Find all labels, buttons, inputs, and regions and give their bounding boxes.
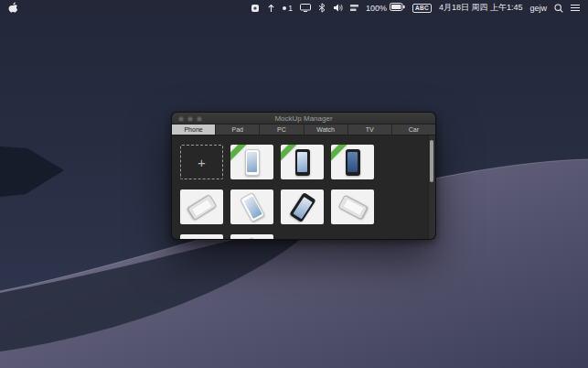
menu-username[interactable]: gejw [529, 4, 547, 13]
tab-tv[interactable]: TV [348, 124, 392, 135]
notification-count[interactable]: 1 [283, 4, 293, 13]
phone-mockup [240, 236, 265, 239]
scrollbar-track[interactable] [428, 135, 435, 239]
mockup-tile[interactable] [281, 145, 324, 179]
phone-mockup [245, 149, 260, 176]
phone-mockup [240, 191, 265, 222]
phone-mockup [346, 149, 360, 176]
traffic-lights [178, 116, 202, 122]
upload-arrow-icon[interactable] [267, 4, 275, 13]
phone-mockup [187, 194, 217, 221]
scrollbar-thumb[interactable] [430, 140, 433, 182]
tab-phone[interactable]: Phone [172, 124, 216, 135]
window-titlebar[interactable]: MockUp Manager [172, 113, 435, 124]
menu-bar: 1 100% ABC 4月18日 周四 上午1:45 gejw [0, 0, 588, 16]
spotlight-icon[interactable] [554, 4, 563, 13]
bluetooth-icon[interactable] [318, 3, 326, 13]
mockup-tile[interactable] [180, 234, 223, 239]
phone-mockup [295, 149, 310, 176]
notification-count-label: 1 [288, 4, 293, 13]
phone-mockup [195, 239, 209, 240]
tab-pc[interactable]: PC [260, 124, 304, 135]
minimize-button[interactable] [187, 116, 193, 122]
battery-percent-label: 100% [366, 4, 387, 13]
close-button[interactable] [178, 116, 184, 122]
notification-center-icon[interactable] [571, 4, 580, 12]
window-title: MockUp Manager [274, 114, 332, 123]
phone-mockup [289, 191, 315, 222]
mockup-grid: + [172, 135, 424, 239]
phone-screen [247, 152, 257, 172]
apple-menu-icon[interactable] [8, 2, 18, 14]
mockup-tile[interactable] [180, 189, 223, 224]
menu-clock[interactable]: 4月18日 周四 上午1:45 [439, 2, 523, 14]
phone-screen [190, 198, 212, 217]
battery-status[interactable]: 100% [366, 3, 405, 13]
mockup-tile[interactable] [331, 189, 374, 224]
mockup-grid-area: + [172, 135, 435, 239]
volume-icon[interactable] [333, 4, 343, 12]
phone-screen [297, 152, 307, 172]
display-icon[interactable] [300, 4, 311, 12]
menu-status-icons: 1 [251, 3, 358, 13]
mockup-tile[interactable] [230, 189, 273, 224]
mockup-manager-window: MockUp Manager PhonePadPCWatchTVCar + [171, 112, 436, 240]
app-status-icon[interactable] [251, 4, 260, 13]
phone-screen [341, 198, 364, 216]
stats-icon[interactable] [350, 4, 358, 12]
add-mockup-tile[interactable]: + [180, 145, 223, 179]
mockup-tile[interactable] [230, 234, 273, 239]
tab-car[interactable]: Car [392, 124, 435, 135]
phone-mockup [337, 194, 368, 220]
tab-pad[interactable]: Pad [216, 124, 260, 135]
mockup-tile[interactable] [230, 145, 273, 179]
phone-screen [293, 196, 312, 218]
zoom-button[interactable] [197, 116, 202, 122]
mockup-tile[interactable] [331, 145, 374, 179]
mockup-tile[interactable] [281, 189, 324, 224]
input-method-menu[interactable]: ABC [412, 4, 432, 13]
phone-screen [347, 152, 358, 172]
plus-icon: + [198, 156, 206, 169]
battery-icon [390, 3, 405, 13]
tab-watch[interactable]: Watch [305, 124, 348, 135]
phone-screen [242, 196, 261, 219]
tab-bar: PhonePadPCWatchTVCar [172, 124, 435, 135]
